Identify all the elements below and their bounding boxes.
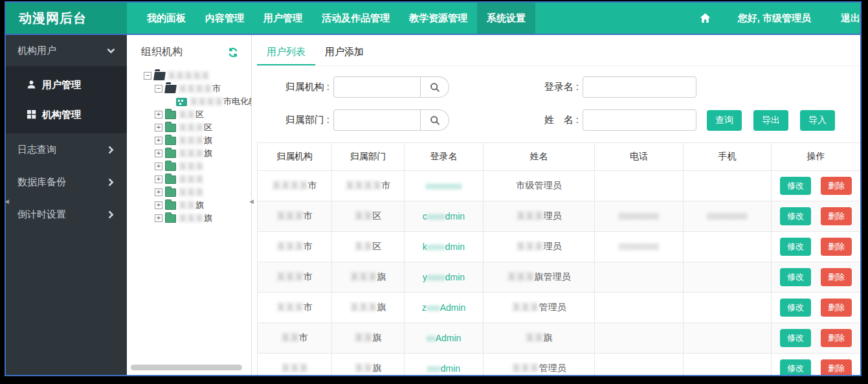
folder-green bbox=[165, 137, 176, 145]
sidebar-subitem[interactable]: 用户管理 bbox=[6, 70, 127, 100]
search-icon bbox=[430, 82, 440, 93]
sidebar-group[interactable]: 日志查询 bbox=[6, 133, 127, 166]
delete-button[interactable]: 删除 bbox=[821, 268, 852, 286]
tree-node[interactable]: + 某某某区 bbox=[144, 121, 251, 134]
tree-node[interactable]: + 某某某 bbox=[144, 160, 251, 173]
sidebar-group[interactable]: 倒计时设置 bbox=[6, 198, 127, 231]
delete-button[interactable]: 删除 bbox=[821, 177, 852, 195]
table-row: 某某某市 某某区 kxxxxdmin 某某某理员 00000000 修改 删除 bbox=[258, 232, 861, 262]
logout-link[interactable]: 退出 bbox=[841, 12, 860, 25]
tab[interactable]: 用户列表 bbox=[257, 39, 315, 65]
nav-item[interactable]: 系统设置 bbox=[477, 3, 535, 34]
table-row: 某某某市 某某区 cxxxxdmin 某某某理员 00000000 000000… bbox=[258, 201, 861, 232]
table-row: 某某某市 某某某旗 zxxxAdmin 某某某管理员 修改 删除 bbox=[258, 293, 861, 323]
cell-org: 某某某市 bbox=[258, 201, 332, 232]
org-input[interactable] bbox=[333, 76, 421, 98]
dept-search-button[interactable] bbox=[421, 109, 449, 131]
tree-node[interactable]: + 某某某旗 bbox=[144, 147, 251, 160]
table-row: 某某某市 某某某旗 yxxxxdmin 某某某旗管理员 修改 删除 bbox=[258, 262, 861, 293]
cell-login[interactable]: xxxxxxxx bbox=[405, 171, 484, 201]
column-header: 操作 bbox=[772, 143, 861, 171]
delete-button[interactable]: 删除 bbox=[821, 207, 852, 225]
tree-toggle[interactable]: − bbox=[144, 72, 151, 80]
tree-node-label: 某某某旗 bbox=[179, 212, 212, 224]
cell-login[interactable]: xxAdmin bbox=[405, 323, 484, 354]
horizontal-scrollbar[interactable] bbox=[131, 365, 242, 370]
tree-toggle[interactable]: + bbox=[155, 188, 162, 196]
cell-login[interactable]: zxxxAdmin bbox=[405, 293, 484, 323]
edit-button[interactable]: 修改 bbox=[780, 359, 811, 375]
nav-item[interactable]: 我的面板 bbox=[137, 3, 195, 34]
delete-button[interactable]: 删除 bbox=[821, 329, 852, 347]
tree-toggle[interactable]: + bbox=[155, 111, 162, 119]
tree-node[interactable]: + 某某某 bbox=[144, 186, 251, 199]
export-button[interactable]: 导出 bbox=[753, 110, 788, 131]
cell-phone: 00000000 bbox=[595, 232, 684, 262]
tree-toggle[interactable]: − bbox=[155, 85, 162, 93]
edit-button[interactable]: 修改 bbox=[780, 299, 811, 317]
column-header: 归属机构 bbox=[258, 143, 332, 171]
cell-actions: 修改 删除 bbox=[772, 293, 861, 323]
org-label: 归属机构 : bbox=[276, 81, 329, 93]
nav-item[interactable]: 用户管理 bbox=[254, 3, 312, 34]
refresh-icon[interactable] bbox=[228, 47, 238, 58]
chevron-right-icon bbox=[107, 178, 115, 186]
cell-org: 某某市 bbox=[258, 323, 332, 354]
edit-button[interactable]: 修改 bbox=[780, 177, 811, 195]
delete-button[interactable]: 删除 bbox=[821, 359, 852, 375]
tree-node[interactable]: − 某某某某某 bbox=[144, 69, 251, 82]
query-button[interactable]: 查询 bbox=[707, 110, 742, 131]
nav-item[interactable]: 活动及作品管理 bbox=[312, 3, 399, 34]
nav-item[interactable]: 内容管理 bbox=[195, 3, 254, 34]
tree-node[interactable]: + 某某区 bbox=[144, 108, 251, 121]
sidebar-group-label: 机构用户 bbox=[17, 45, 107, 57]
dept-input[interactable] bbox=[333, 109, 421, 131]
login-input[interactable] bbox=[583, 76, 696, 98]
tree-toggle[interactable]: + bbox=[155, 175, 162, 183]
edit-button[interactable]: 修改 bbox=[780, 268, 811, 286]
tree-toggle[interactable]: + bbox=[155, 124, 162, 131]
nav-item[interactable]: 教学资源管理 bbox=[399, 3, 477, 34]
name-input[interactable] bbox=[583, 109, 696, 131]
cell-actions: 修改 删除 bbox=[772, 201, 861, 232]
sidebar-group[interactable]: 数据库备份 bbox=[6, 166, 127, 198]
folder-green bbox=[165, 150, 176, 158]
sidebar-subitem[interactable]: 机构管理 bbox=[6, 100, 127, 130]
edit-button[interactable]: 修改 bbox=[780, 207, 811, 225]
cell-dept: 某某旗 bbox=[332, 354, 405, 376]
tree-node[interactable]: − 某某某某市 bbox=[144, 82, 251, 95]
tree-node[interactable]: + 某某旗 bbox=[144, 199, 251, 212]
sidebar-group-org-users[interactable]: 机构用户 bbox=[6, 35, 127, 66]
org-search-button[interactable] bbox=[421, 76, 449, 98]
tree-toggle[interactable]: + bbox=[155, 163, 162, 170]
tree-title: 组织机构 bbox=[141, 45, 183, 59]
cell-login[interactable]: xxxdmin bbox=[405, 354, 484, 376]
import-button[interactable]: 导入 bbox=[800, 110, 835, 131]
edit-button[interactable]: 修改 bbox=[780, 238, 811, 256]
tree-toggle[interactable] bbox=[166, 98, 173, 106]
tree-node-label: 某某某区 bbox=[179, 122, 212, 133]
tab[interactable]: 用户添加 bbox=[315, 39, 373, 65]
tree-node[interactable]: + 某某某旗 bbox=[144, 134, 251, 147]
cell-actions: 修改 删除 bbox=[772, 232, 861, 262]
edit-button[interactable]: 修改 bbox=[780, 329, 811, 347]
tree-node[interactable]: + 某某某旗 bbox=[144, 212, 251, 225]
home-icon[interactable] bbox=[700, 13, 711, 23]
tree-toggle[interactable]: + bbox=[155, 137, 162, 144]
tree-node[interactable]: 某某某某市电化教 bbox=[144, 95, 251, 108]
cell-login[interactable]: cxxxxdmin bbox=[405, 201, 484, 232]
cell-actions: 修改 删除 bbox=[772, 171, 861, 201]
collapse-arrow-left[interactable]: ◀ bbox=[6, 198, 9, 205]
tree-toggle[interactable]: + bbox=[155, 214, 162, 222]
chevron-down-icon bbox=[107, 47, 115, 55]
delete-button[interactable]: 删除 bbox=[821, 299, 852, 317]
collapse-arrow-right[interactable]: ◀ bbox=[249, 198, 254, 205]
tree-toggle[interactable]: + bbox=[155, 201, 162, 209]
folder-open-dark bbox=[153, 72, 166, 80]
tree-node[interactable]: + 某某某 bbox=[144, 173, 251, 186]
delete-button[interactable]: 删除 bbox=[821, 238, 852, 256]
cell-login[interactable]: yxxxxdmin bbox=[405, 262, 484, 293]
cell-login[interactable]: kxxxxdmin bbox=[405, 232, 484, 262]
brand-title: 动漫网后台 bbox=[6, 3, 127, 34]
tree-toggle[interactable]: + bbox=[155, 150, 162, 157]
